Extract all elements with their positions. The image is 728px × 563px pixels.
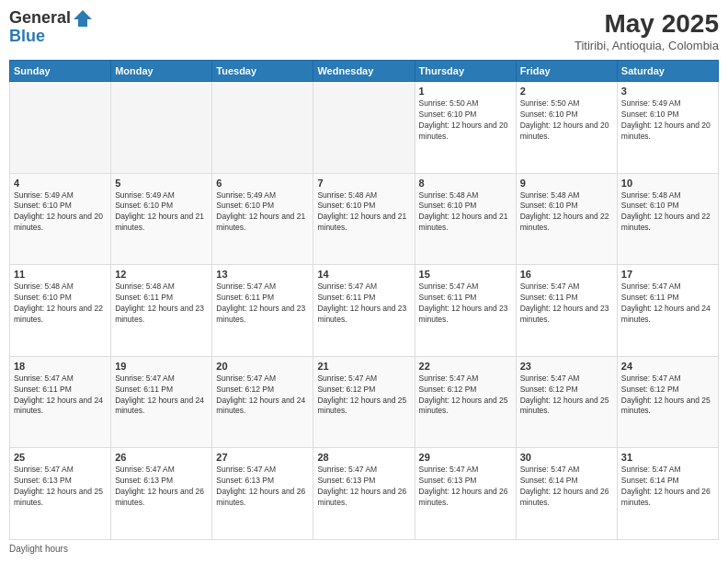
day-info: Sunrise: 5:48 AMSunset: 6:10 PMDaylight:… bbox=[14, 282, 107, 326]
day-number: 5 bbox=[115, 178, 208, 189]
day-number: 18 bbox=[14, 361, 107, 372]
calendar-header-thursday: Thursday bbox=[415, 61, 516, 82]
day-info: Sunrise: 5:47 AMSunset: 6:12 PMDaylight:… bbox=[419, 373, 512, 418]
day-cell-10: 10 Sunrise: 5:48 AMSunset: 6:10 PMDaylig… bbox=[617, 173, 718, 265]
day-info: Sunrise: 5:49 AMSunset: 6:10 PMDaylight:… bbox=[216, 190, 309, 235]
day-number: 3 bbox=[621, 86, 714, 97]
day-number: 21 bbox=[317, 361, 410, 372]
header: General Blue May 2025 Titiribi, Antioqui… bbox=[9, 9, 719, 52]
day-cell-15: 15 Sunrise: 5:47 AMSunset: 6:11 PMDaylig… bbox=[415, 265, 516, 357]
calendar-week-4: 18 Sunrise: 5:47 AMSunset: 6:11 PMDaylig… bbox=[10, 356, 719, 448]
day-number: 4 bbox=[14, 178, 107, 189]
day-info: Sunrise: 5:47 AMSunset: 6:11 PMDaylight:… bbox=[621, 282, 714, 326]
calendar-header-wednesday: Wednesday bbox=[313, 61, 415, 82]
day-info: Sunrise: 5:50 AMSunset: 6:10 PMDaylight:… bbox=[520, 98, 613, 143]
logo: General Blue bbox=[9, 9, 93, 46]
day-number: 25 bbox=[14, 452, 107, 463]
day-cell-29: 29 Sunrise: 5:47 AMSunset: 6:13 PMDaylig… bbox=[415, 448, 516, 540]
day-cell-25: 25 Sunrise: 5:47 AMSunset: 6:13 PMDaylig… bbox=[10, 448, 111, 540]
day-number: 26 bbox=[115, 452, 208, 463]
logo-general: General bbox=[9, 9, 71, 28]
day-info: Sunrise: 5:47 AMSunset: 6:11 PMDaylight:… bbox=[216, 282, 309, 326]
day-number: 19 bbox=[115, 361, 208, 372]
day-cell-26: 26 Sunrise: 5:47 AMSunset: 6:13 PMDaylig… bbox=[111, 448, 212, 540]
day-cell-31: 31 Sunrise: 5:47 AMSunset: 6:14 PMDaylig… bbox=[617, 448, 718, 540]
day-cell-5: 5 Sunrise: 5:49 AMSunset: 6:10 PMDayligh… bbox=[111, 173, 212, 265]
day-number: 24 bbox=[621, 361, 714, 372]
location: Titiribi, Antioquia, Colombia bbox=[574, 39, 719, 52]
day-info: Sunrise: 5:47 AMSunset: 6:14 PMDaylight:… bbox=[520, 465, 613, 509]
footer-note: Daylight hours bbox=[9, 544, 719, 554]
day-cell-23: 23 Sunrise: 5:47 AMSunset: 6:12 PMDaylig… bbox=[516, 356, 617, 448]
day-info: Sunrise: 5:47 AMSunset: 6:11 PMDaylight:… bbox=[419, 282, 512, 326]
day-number: 13 bbox=[216, 269, 309, 280]
day-cell-30: 30 Sunrise: 5:47 AMSunset: 6:14 PMDaylig… bbox=[516, 448, 617, 540]
day-info: Sunrise: 5:47 AMSunset: 6:14 PMDaylight:… bbox=[621, 465, 714, 509]
day-cell-19: 19 Sunrise: 5:47 AMSunset: 6:11 PMDaylig… bbox=[111, 356, 212, 448]
calendar-header-sunday: Sunday bbox=[10, 61, 111, 82]
empty-cell bbox=[10, 82, 111, 174]
calendar-header-monday: Monday bbox=[111, 61, 212, 82]
day-number: 28 bbox=[317, 452, 410, 463]
calendar-week-1: 1 Sunrise: 5:50 AMSunset: 6:10 PMDayligh… bbox=[10, 82, 719, 174]
calendar-table: SundayMondayTuesdayWednesdayThursdayFrid… bbox=[9, 60, 719, 540]
day-cell-7: 7 Sunrise: 5:48 AMSunset: 6:10 PMDayligh… bbox=[313, 173, 415, 265]
day-cell-16: 16 Sunrise: 5:47 AMSunset: 6:11 PMDaylig… bbox=[516, 265, 617, 357]
day-number: 27 bbox=[216, 452, 309, 463]
day-number: 7 bbox=[317, 178, 410, 189]
day-cell-12: 12 Sunrise: 5:48 AMSunset: 6:11 PMDaylig… bbox=[111, 265, 212, 357]
day-cell-22: 22 Sunrise: 5:47 AMSunset: 6:12 PMDaylig… bbox=[415, 356, 516, 448]
month-year: May 2025 bbox=[574, 9, 719, 39]
day-number: 15 bbox=[419, 269, 512, 280]
day-cell-27: 27 Sunrise: 5:47 AMSunset: 6:13 PMDaylig… bbox=[212, 448, 313, 540]
title-section: May 2025 Titiribi, Antioquia, Colombia bbox=[574, 9, 719, 52]
day-info: Sunrise: 5:48 AMSunset: 6:10 PMDaylight:… bbox=[621, 190, 714, 235]
day-number: 17 bbox=[621, 269, 714, 280]
day-cell-18: 18 Sunrise: 5:47 AMSunset: 6:11 PMDaylig… bbox=[10, 356, 111, 448]
day-cell-14: 14 Sunrise: 5:47 AMSunset: 6:11 PMDaylig… bbox=[313, 265, 415, 357]
day-number: 23 bbox=[520, 361, 613, 372]
day-cell-21: 21 Sunrise: 5:47 AMSunset: 6:12 PMDaylig… bbox=[313, 356, 415, 448]
day-cell-24: 24 Sunrise: 5:47 AMSunset: 6:12 PMDaylig… bbox=[617, 356, 718, 448]
day-info: Sunrise: 5:47 AMSunset: 6:12 PMDaylight:… bbox=[520, 373, 613, 418]
day-cell-4: 4 Sunrise: 5:49 AMSunset: 6:10 PMDayligh… bbox=[10, 173, 111, 265]
day-cell-8: 8 Sunrise: 5:48 AMSunset: 6:10 PMDayligh… bbox=[415, 173, 516, 265]
empty-cell bbox=[313, 82, 415, 174]
day-cell-6: 6 Sunrise: 5:49 AMSunset: 6:10 PMDayligh… bbox=[212, 173, 313, 265]
day-number: 9 bbox=[520, 178, 613, 189]
day-cell-20: 20 Sunrise: 5:47 AMSunset: 6:12 PMDaylig… bbox=[212, 356, 313, 448]
day-info: Sunrise: 5:49 AMSunset: 6:10 PMDaylight:… bbox=[14, 190, 107, 235]
day-cell-3: 3 Sunrise: 5:49 AMSunset: 6:10 PMDayligh… bbox=[617, 82, 718, 174]
day-info: Sunrise: 5:47 AMSunset: 6:11 PMDaylight:… bbox=[317, 282, 410, 326]
calendar-header-row: SundayMondayTuesdayWednesdayThursdayFrid… bbox=[10, 61, 719, 82]
day-cell-9: 9 Sunrise: 5:48 AMSunset: 6:10 PMDayligh… bbox=[516, 173, 617, 265]
day-info: Sunrise: 5:47 AMSunset: 6:13 PMDaylight:… bbox=[419, 465, 512, 509]
day-number: 1 bbox=[419, 86, 512, 97]
empty-cell bbox=[111, 82, 212, 174]
day-number: 8 bbox=[419, 178, 512, 189]
day-info: Sunrise: 5:47 AMSunset: 6:13 PMDaylight:… bbox=[14, 465, 107, 509]
day-number: 6 bbox=[216, 178, 309, 189]
day-info: Sunrise: 5:48 AMSunset: 6:11 PMDaylight:… bbox=[115, 282, 208, 326]
day-info: Sunrise: 5:47 AMSunset: 6:13 PMDaylight:… bbox=[216, 465, 309, 509]
day-info: Sunrise: 5:48 AMSunset: 6:10 PMDaylight:… bbox=[317, 190, 410, 235]
calendar-header-friday: Friday bbox=[516, 61, 617, 82]
day-cell-13: 13 Sunrise: 5:47 AMSunset: 6:11 PMDaylig… bbox=[212, 265, 313, 357]
day-number: 2 bbox=[520, 86, 613, 97]
calendar-week-2: 4 Sunrise: 5:49 AMSunset: 6:10 PMDayligh… bbox=[10, 173, 719, 265]
day-cell-17: 17 Sunrise: 5:47 AMSunset: 6:11 PMDaylig… bbox=[617, 265, 718, 357]
calendar-week-3: 11 Sunrise: 5:48 AMSunset: 6:10 PMDaylig… bbox=[10, 265, 719, 357]
day-info: Sunrise: 5:47 AMSunset: 6:11 PMDaylight:… bbox=[14, 373, 107, 418]
day-cell-2: 2 Sunrise: 5:50 AMSunset: 6:10 PMDayligh… bbox=[516, 82, 617, 174]
page: General Blue May 2025 Titiribi, Antioqui… bbox=[0, 0, 728, 563]
calendar-header-saturday: Saturday bbox=[617, 61, 718, 82]
day-info: Sunrise: 5:49 AMSunset: 6:10 PMDaylight:… bbox=[115, 190, 208, 235]
day-info: Sunrise: 5:48 AMSunset: 6:10 PMDaylight:… bbox=[419, 190, 512, 235]
calendar-header-tuesday: Tuesday bbox=[212, 61, 313, 82]
day-number: 12 bbox=[115, 269, 208, 280]
day-info: Sunrise: 5:49 AMSunset: 6:10 PMDaylight:… bbox=[621, 98, 714, 143]
day-number: 30 bbox=[520, 452, 613, 463]
day-number: 31 bbox=[621, 452, 714, 463]
empty-cell bbox=[212, 82, 313, 174]
day-info: Sunrise: 5:47 AMSunset: 6:12 PMDaylight:… bbox=[216, 373, 309, 418]
